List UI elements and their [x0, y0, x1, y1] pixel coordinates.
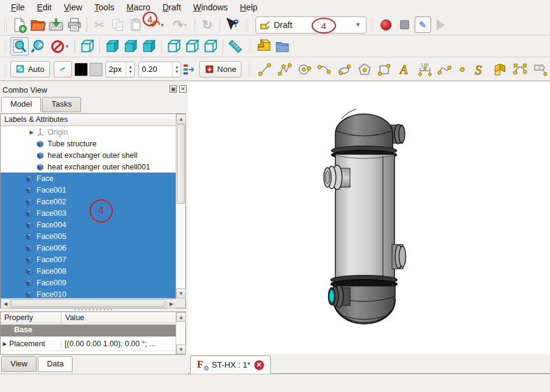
- workbench-dropdown-arrow[interactable]: ▼: [355, 21, 361, 28]
- scroll-up-arrow[interactable]: ▲: [176, 312, 186, 322]
- combo-view-float-button[interactable]: ▣: [170, 85, 177, 93]
- 3d-viewport[interactable]: [188, 82, 550, 354]
- fit-all-button[interactable]: [10, 37, 29, 55]
- toolbar-drag-handle[interactable]: [4, 18, 8, 32]
- macro-debug-button[interactable]: [432, 16, 450, 34]
- draft-point-button[interactable]: [457, 62, 468, 77]
- line-width-spin-arrows[interactable]: ▲▼: [126, 62, 134, 77]
- menu-tools[interactable]: Tools: [88, 1, 121, 14]
- toolbar-drag-handle[interactable]: [245, 18, 249, 32]
- draft-polyline-button[interactable]: [277, 62, 293, 77]
- tab-data[interactable]: Data: [38, 356, 73, 372]
- axonometric-view-button[interactable]: [78, 37, 96, 55]
- tree-item-face005[interactable]: Face005: [1, 230, 176, 242]
- selected-face[interactable]: [329, 290, 334, 302]
- save-document-button[interactable]: [47, 16, 65, 34]
- right-view-button[interactable]: [140, 37, 158, 55]
- global-scale-input[interactable]: [139, 62, 172, 77]
- workbench-selector[interactable]: Draft ▼: [255, 16, 366, 34]
- draft-bspline-button[interactable]: [437, 62, 452, 77]
- toolbar-drag-handle[interactable]: [4, 62, 8, 77]
- scrollbar-thumb[interactable]: [11, 299, 165, 307]
- line-width-input[interactable]: [106, 62, 126, 77]
- copy-button[interactable]: [109, 16, 127, 34]
- tree-item-outer-shell001[interactable]: heat exchanger outer shell001: [1, 161, 176, 173]
- top-view-button[interactable]: [121, 37, 140, 55]
- draft-label-button[interactable]: [532, 62, 548, 77]
- draft-facebinder-button[interactable]: [492, 62, 508, 77]
- draw-style-dropdown-arrow[interactable]: ▾: [66, 43, 69, 49]
- document-close-button[interactable]: ✕: [254, 360, 264, 370]
- refresh-button[interactable]: ↻: [198, 16, 216, 34]
- autogroup-button[interactable]: None: [199, 61, 241, 77]
- menu-edit[interactable]: Edit: [31, 1, 58, 14]
- draft-bezier-button[interactable]: [512, 62, 528, 77]
- expander-icon[interactable]: ▶: [1, 341, 9, 347]
- snap-toggle-button[interactable]: [54, 61, 72, 77]
- draft-text-button[interactable]: A: [397, 62, 413, 77]
- toolbar-drag-handle[interactable]: [370, 18, 374, 32]
- property-scrollbar[interactable]: ▲ ▼: [176, 312, 185, 354]
- working-plane-auto-button[interactable]: Auto: [10, 61, 50, 77]
- draw-style-button[interactable]: ▾: [47, 37, 71, 55]
- macro-edit-button[interactable]: ✎: [413, 16, 432, 34]
- undo-dropdown-arrow[interactable]: ▾: [161, 22, 164, 28]
- tree-item-origin[interactable]: ▶ Origin: [1, 126, 176, 138]
- tree-item-face007[interactable]: Face007: [1, 254, 176, 265]
- tree-item-face002[interactable]: Face002: [1, 196, 176, 207]
- toolbar-drag-handle[interactable]: [248, 39, 252, 54]
- property-row-placement[interactable]: ▶ Placement [(0.00 0.00 1.00); 0.00 °; .…: [1, 337, 185, 351]
- draft-line-button[interactable]: [257, 62, 273, 77]
- redo-button[interactable]: ↷▾: [168, 16, 191, 34]
- tree-horizontal-scrollbar[interactable]: ◀ ▶: [1, 298, 176, 308]
- tree-vertical-scrollbar[interactable]: ▲ ▼: [176, 114, 185, 298]
- rear-view-button[interactable]: [165, 37, 183, 55]
- tree-item-face006[interactable]: Face006: [1, 242, 176, 254]
- lower-right-nozzle[interactable]: [392, 244, 406, 269]
- toolbar-drag-handle[interactable]: [248, 62, 252, 77]
- draft-dimension-button[interactable]: 1.00: [417, 62, 433, 77]
- menu-file[interactable]: File: [5, 1, 31, 14]
- menu-view[interactable]: View: [58, 1, 88, 14]
- tree-item-face008[interactable]: Face008: [1, 265, 176, 277]
- heat-exchanger-model[interactable]: [188, 82, 550, 354]
- left-nozzle[interactable]: [324, 165, 350, 190]
- draft-rectangle-button[interactable]: [377, 62, 393, 77]
- property-value[interactable]: [(0.00 0.00 1.00); 0.00 °; ...: [62, 340, 185, 348]
- document-tab[interactable]: F⚙ ST-HX : 1* ✕: [190, 355, 271, 374]
- property-group-base[interactable]: Base: [1, 325, 185, 337]
- tree-item-tube-structure[interactable]: Tube structure: [1, 138, 176, 149]
- line-color-swatch[interactable]: [74, 63, 88, 76]
- measure-distance-button[interactable]: [226, 37, 245, 55]
- global-scale-spin-arrows[interactable]: ▲▼: [172, 62, 180, 77]
- value-column-header[interactable]: Value: [62, 312, 88, 324]
- toolbar-drag-handle[interactable]: [4, 39, 8, 54]
- tree-item-outer-shell[interactable]: heat exchanger outer shell: [1, 149, 176, 161]
- menu-draft[interactable]: Draft: [156, 1, 187, 14]
- scroll-right-arrow[interactable]: ▶: [166, 299, 176, 308]
- apply-style-button[interactable]: [181, 60, 197, 79]
- expander-icon[interactable]: ▶: [27, 129, 36, 135]
- lower-left-nozzle[interactable]: [329, 285, 351, 307]
- draft-polygon-button[interactable]: [357, 62, 373, 77]
- new-document-button[interactable]: [10, 16, 29, 34]
- scroll-down-arrow[interactable]: ▼: [176, 344, 186, 354]
- front-view-button[interactable]: [103, 37, 121, 55]
- create-group-button[interactable]: [273, 37, 291, 55]
- macro-stop-button[interactable]: [395, 16, 413, 34]
- whats-this-button[interactable]: ?: [223, 16, 241, 34]
- tab-model[interactable]: Model: [1, 97, 41, 112]
- draft-ellipse-button[interactable]: [337, 62, 352, 77]
- open-document-button[interactable]: [29, 16, 47, 34]
- draft-circle-button[interactable]: [297, 62, 313, 77]
- cut-button[interactable]: ✂: [90, 16, 109, 34]
- tree-item-face009[interactable]: Face009: [1, 277, 176, 288]
- fit-selection-button[interactable]: [29, 37, 47, 55]
- menu-windows[interactable]: Windows: [187, 1, 234, 14]
- tree-item-face003[interactable]: Face003: [1, 207, 176, 219]
- tree-item-face004[interactable]: Face004: [1, 219, 176, 230]
- tree-item-face010[interactable]: Face010: [1, 288, 176, 299]
- scroll-up-arrow[interactable]: ▲: [176, 114, 186, 124]
- draft-arc-button[interactable]: [316, 62, 332, 77]
- left-view-button[interactable]: [201, 37, 220, 55]
